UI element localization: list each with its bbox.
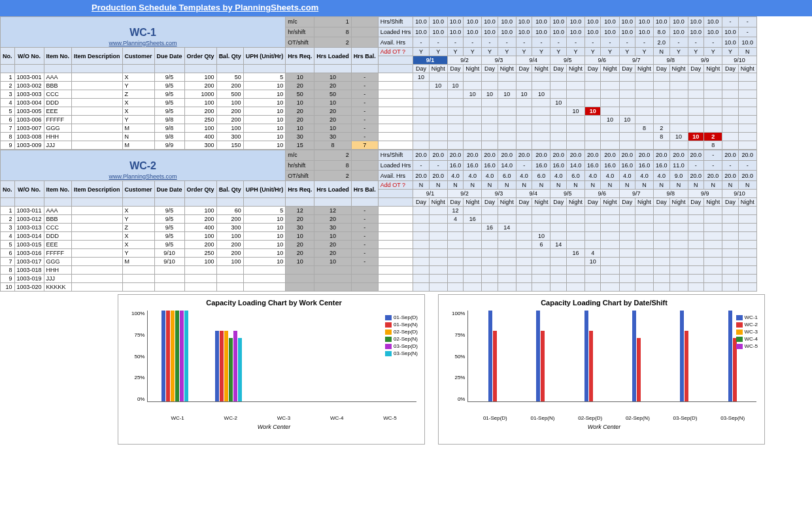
date-header[interactable]: 9/5 <box>550 56 585 65</box>
planning-link[interactable]: www.PlanningSheets.com <box>3 173 283 180</box>
chart-bar <box>488 311 492 401</box>
date-header[interactable]: 9/8 <box>654 56 688 65</box>
chart: Capacity Loading Chart by Work Center100… <box>118 294 425 445</box>
chart-bar <box>584 311 588 401</box>
chart-title: Capacity Loading Chart by Work Center <box>131 299 416 307</box>
col-header: Due Date <box>154 181 184 198</box>
date-header[interactable]: 9/1 <box>413 56 448 65</box>
table-row: 71003-017GGGM9/10100100101010-10 <box>1 258 757 266</box>
col-header: Hrs Bal. <box>351 181 378 198</box>
table-row: 71003-007GGGM9/8100100101010-82 <box>1 124 757 133</box>
chart-bar <box>541 331 545 401</box>
date-header[interactable]: 9/2 <box>447 56 482 65</box>
chart-bar <box>175 311 179 401</box>
chart-bar <box>171 311 175 401</box>
table-row: 81003-008HHHN9/8400300103030-810102 <box>1 133 757 141</box>
table-row: 31003-003CCCZ9/51000500105050-1010101010 <box>1 90 757 99</box>
chart-bar <box>161 311 165 401</box>
chart-bar <box>589 331 593 401</box>
table-row: 61003-016FFFFFY9/10250200102020-164 <box>1 249 757 258</box>
chart-bar <box>233 331 237 401</box>
date-header[interactable]: 9/1 <box>413 190 448 198</box>
chart-bar <box>632 311 636 401</box>
table-row: 21003-002BBBY9/5200200102020-1010 <box>1 82 757 90</box>
table-row: 51003-015EEEX9/5200200102020-614 <box>1 241 757 249</box>
col-header: Bal. Qty <box>216 48 243 65</box>
chart-bar <box>220 331 224 401</box>
col-header: No. <box>1 48 15 65</box>
col-header: Order Qty <box>184 181 216 198</box>
col-header: W/O No. <box>14 48 44 65</box>
page-title: Production Schedule Templates by Plannin… <box>0 0 812 16</box>
table-row: 31003-013CCCZ9/5400300103030-1614 <box>1 224 757 232</box>
col-header: No. <box>1 181 15 198</box>
chart-bar <box>215 331 219 401</box>
production-table: WC-2www.PlanningSheets.comm/c2Hrs/Shift2… <box>0 150 757 292</box>
col-header: Hrs Req. <box>286 181 314 198</box>
chart-bar <box>238 338 242 401</box>
chart-legend: WC-1WC-2WC-3WC-4WC-5 <box>736 314 758 350</box>
col-header: Hrs Loaded <box>314 181 352 198</box>
table-row: 61003-006FFFFFY9/8250200102020-1010 <box>1 116 757 124</box>
col-header: Customer <box>122 48 154 65</box>
table-row: 21003-012BBBY9/5200200102020-416 <box>1 215 757 224</box>
table-row: 11003-001AAAX9/51005051010-10 <box>1 73 757 82</box>
date-header[interactable]: 9/10 <box>722 56 757 65</box>
col-header: Customer <box>122 181 154 198</box>
chart-legend: 01-Sep(D)01-Sep(N)02-Sep(D)02-Sep(N)03-S… <box>385 314 418 358</box>
table-row: 51003-005EEEX9/5200200102020-1010 <box>1 107 757 116</box>
date-header[interactable]: 9/3 <box>482 56 516 65</box>
chart-bar <box>536 311 540 401</box>
col-header: Item No. <box>44 181 72 198</box>
chart-bar <box>166 311 170 401</box>
date-header[interactable]: 9/3 <box>482 190 516 198</box>
table-row: 81003-018HHH <box>1 266 757 275</box>
date-header[interactable]: 9/10 <box>722 190 757 198</box>
chart-bar <box>229 338 233 401</box>
col-header: W/O No. <box>14 181 44 198</box>
date-header[interactable]: 9/8 <box>654 190 688 198</box>
table-row: 11003-011AAAX9/51006051212-12 <box>1 207 757 215</box>
date-header[interactable]: 9/9 <box>688 56 722 65</box>
date-header[interactable]: 9/7 <box>619 56 654 65</box>
chart-bar <box>184 311 188 401</box>
chart-bar <box>685 331 688 401</box>
work-center-header: WC-1www.PlanningSheets.com <box>1 17 286 48</box>
col-header: UPH (Unit/Hr) <box>243 181 286 198</box>
col-header: Item No. <box>44 48 72 65</box>
chart-title: Capacity Loading Chart by Date/Shift <box>452 299 756 307</box>
date-header[interactable]: 9/7 <box>619 190 654 198</box>
date-header[interactable]: 9/4 <box>516 190 550 198</box>
table-row: 91003-019JJJ <box>1 275 757 283</box>
table-row: 101003-020KKKKK <box>1 283 757 292</box>
date-header[interactable]: 9/5 <box>550 190 585 198</box>
table-row: 41003-004DDDX9/5100100101010-10 <box>1 99 757 107</box>
chart-bar <box>180 311 184 401</box>
col-header: Bal. Qty <box>216 181 243 198</box>
col-header: Order Qty <box>184 48 216 65</box>
table-row: 41003-014DDDX9/5100100101010-10 <box>1 232 757 241</box>
col-header: Due Date <box>154 48 184 65</box>
date-header[interactable]: 9/2 <box>447 190 482 198</box>
date-header[interactable]: 9/6 <box>584 190 619 198</box>
work-center-header: WC-2www.PlanningSheets.com <box>1 150 286 181</box>
chart-bar <box>224 331 228 401</box>
chart: Capacity Loading Chart by Date/Shift100%… <box>438 294 765 445</box>
chart-bar <box>493 331 497 401</box>
date-header[interactable]: 9/4 <box>516 56 550 65</box>
col-header: UPH (Unit/Hr) <box>243 48 286 65</box>
col-header: Hrs Bal. <box>351 48 378 65</box>
chart-bar <box>728 311 732 401</box>
date-header[interactable]: 9/6 <box>584 56 619 65</box>
col-header: Item Description <box>72 48 123 65</box>
planning-link[interactable]: www.PlanningSheets.com <box>3 40 283 46</box>
date-header[interactable]: 9/9 <box>688 190 722 198</box>
chart-bar <box>637 338 641 401</box>
col-header: Item Description <box>72 181 123 198</box>
production-table: WC-1www.PlanningSheets.comm/c1Hrs/Shift1… <box>0 16 757 150</box>
chart-bar <box>680 311 684 401</box>
table-row: 91003-009JJJM9/93001501015878 <box>1 141 757 150</box>
col-header: Hrs Loaded <box>314 48 352 65</box>
col-header: Hrs Req. <box>286 48 314 65</box>
